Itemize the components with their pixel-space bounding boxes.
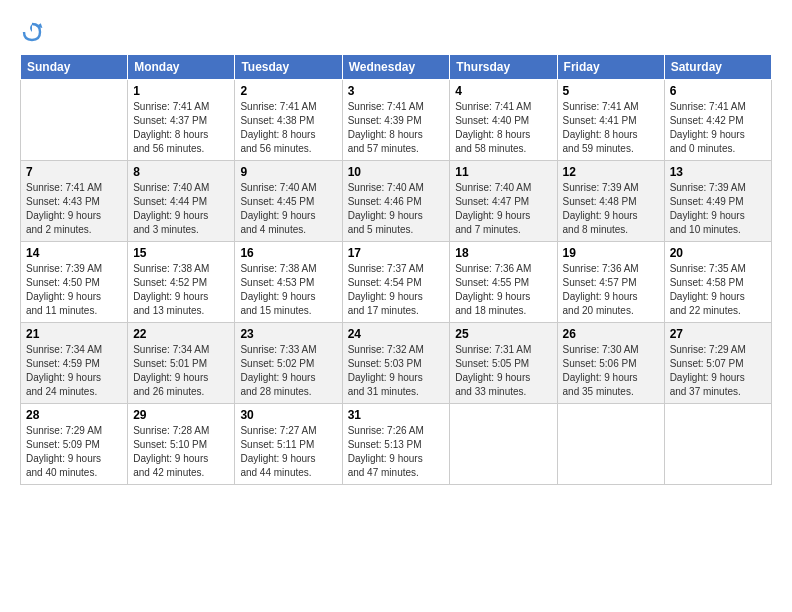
day-info: Sunrise: 7:36 AM Sunset: 4:57 PM Dayligh… [563, 262, 659, 318]
day-number: 30 [240, 408, 336, 422]
day-number: 26 [563, 327, 659, 341]
day-number: 21 [26, 327, 122, 341]
day-number: 8 [133, 165, 229, 179]
day-info: Sunrise: 7:34 AM Sunset: 5:01 PM Dayligh… [133, 343, 229, 399]
day-number: 22 [133, 327, 229, 341]
day-info: Sunrise: 7:35 AM Sunset: 4:58 PM Dayligh… [670, 262, 766, 318]
day-number: 13 [670, 165, 766, 179]
calendar-cell: 22Sunrise: 7:34 AM Sunset: 5:01 PM Dayli… [128, 323, 235, 404]
day-number: 4 [455, 84, 551, 98]
page-container: SundayMondayTuesdayWednesdayThursdayFrid… [0, 0, 792, 495]
calendar-cell: 7Sunrise: 7:41 AM Sunset: 4:43 PM Daylig… [21, 161, 128, 242]
weekday-header-saturday: Saturday [664, 55, 771, 80]
day-number: 7 [26, 165, 122, 179]
day-number: 27 [670, 327, 766, 341]
calendar-cell: 6Sunrise: 7:41 AM Sunset: 4:42 PM Daylig… [664, 80, 771, 161]
calendar-cell: 31Sunrise: 7:26 AM Sunset: 5:13 PM Dayli… [342, 404, 450, 485]
day-info: Sunrise: 7:33 AM Sunset: 5:02 PM Dayligh… [240, 343, 336, 399]
calendar-cell: 1Sunrise: 7:41 AM Sunset: 4:37 PM Daylig… [128, 80, 235, 161]
day-info: Sunrise: 7:32 AM Sunset: 5:03 PM Dayligh… [348, 343, 445, 399]
day-number: 19 [563, 246, 659, 260]
day-number: 10 [348, 165, 445, 179]
day-info: Sunrise: 7:40 AM Sunset: 4:47 PM Dayligh… [455, 181, 551, 237]
logo [20, 20, 48, 44]
calendar-cell: 14Sunrise: 7:39 AM Sunset: 4:50 PM Dayli… [21, 242, 128, 323]
day-number: 3 [348, 84, 445, 98]
calendar-cell: 17Sunrise: 7:37 AM Sunset: 4:54 PM Dayli… [342, 242, 450, 323]
calendar-cell [450, 404, 557, 485]
calendar-cell: 15Sunrise: 7:38 AM Sunset: 4:52 PM Dayli… [128, 242, 235, 323]
day-number: 18 [455, 246, 551, 260]
day-number: 12 [563, 165, 659, 179]
header [20, 20, 772, 44]
calendar-cell [664, 404, 771, 485]
day-info: Sunrise: 7:29 AM Sunset: 5:07 PM Dayligh… [670, 343, 766, 399]
day-number: 31 [348, 408, 445, 422]
day-info: Sunrise: 7:41 AM Sunset: 4:38 PM Dayligh… [240, 100, 336, 156]
calendar-cell: 25Sunrise: 7:31 AM Sunset: 5:05 PM Dayli… [450, 323, 557, 404]
day-number: 25 [455, 327, 551, 341]
calendar-cell: 20Sunrise: 7:35 AM Sunset: 4:58 PM Dayli… [664, 242, 771, 323]
day-info: Sunrise: 7:39 AM Sunset: 4:48 PM Dayligh… [563, 181, 659, 237]
day-number: 1 [133, 84, 229, 98]
day-info: Sunrise: 7:30 AM Sunset: 5:06 PM Dayligh… [563, 343, 659, 399]
calendar-cell: 8Sunrise: 7:40 AM Sunset: 4:44 PM Daylig… [128, 161, 235, 242]
day-number: 15 [133, 246, 229, 260]
day-number: 28 [26, 408, 122, 422]
calendar-cell: 4Sunrise: 7:41 AM Sunset: 4:40 PM Daylig… [450, 80, 557, 161]
weekday-header-friday: Friday [557, 55, 664, 80]
day-info: Sunrise: 7:41 AM Sunset: 4:43 PM Dayligh… [26, 181, 122, 237]
week-row-1: 7Sunrise: 7:41 AM Sunset: 4:43 PM Daylig… [21, 161, 772, 242]
calendar-cell [557, 404, 664, 485]
calendar-cell: 2Sunrise: 7:41 AM Sunset: 4:38 PM Daylig… [235, 80, 342, 161]
calendar-cell: 5Sunrise: 7:41 AM Sunset: 4:41 PM Daylig… [557, 80, 664, 161]
calendar-cell: 23Sunrise: 7:33 AM Sunset: 5:02 PM Dayli… [235, 323, 342, 404]
day-info: Sunrise: 7:41 AM Sunset: 4:37 PM Dayligh… [133, 100, 229, 156]
day-info: Sunrise: 7:27 AM Sunset: 5:11 PM Dayligh… [240, 424, 336, 480]
calendar-cell: 29Sunrise: 7:28 AM Sunset: 5:10 PM Dayli… [128, 404, 235, 485]
day-info: Sunrise: 7:34 AM Sunset: 4:59 PM Dayligh… [26, 343, 122, 399]
calendar-cell: 28Sunrise: 7:29 AM Sunset: 5:09 PM Dayli… [21, 404, 128, 485]
calendar-cell: 12Sunrise: 7:39 AM Sunset: 4:48 PM Dayli… [557, 161, 664, 242]
weekday-header-tuesday: Tuesday [235, 55, 342, 80]
calendar-cell: 24Sunrise: 7:32 AM Sunset: 5:03 PM Dayli… [342, 323, 450, 404]
day-info: Sunrise: 7:40 AM Sunset: 4:45 PM Dayligh… [240, 181, 336, 237]
week-row-2: 14Sunrise: 7:39 AM Sunset: 4:50 PM Dayli… [21, 242, 772, 323]
day-number: 5 [563, 84, 659, 98]
logo-icon [20, 20, 44, 44]
weekday-header-monday: Monday [128, 55, 235, 80]
day-info: Sunrise: 7:41 AM Sunset: 4:40 PM Dayligh… [455, 100, 551, 156]
calendar-cell: 26Sunrise: 7:30 AM Sunset: 5:06 PM Dayli… [557, 323, 664, 404]
calendar-cell: 30Sunrise: 7:27 AM Sunset: 5:11 PM Dayli… [235, 404, 342, 485]
day-info: Sunrise: 7:37 AM Sunset: 4:54 PM Dayligh… [348, 262, 445, 318]
calendar-cell: 19Sunrise: 7:36 AM Sunset: 4:57 PM Dayli… [557, 242, 664, 323]
day-number: 23 [240, 327, 336, 341]
day-info: Sunrise: 7:31 AM Sunset: 5:05 PM Dayligh… [455, 343, 551, 399]
calendar-cell: 16Sunrise: 7:38 AM Sunset: 4:53 PM Dayli… [235, 242, 342, 323]
day-number: 17 [348, 246, 445, 260]
day-info: Sunrise: 7:41 AM Sunset: 4:39 PM Dayligh… [348, 100, 445, 156]
calendar-cell: 3Sunrise: 7:41 AM Sunset: 4:39 PM Daylig… [342, 80, 450, 161]
day-info: Sunrise: 7:40 AM Sunset: 4:44 PM Dayligh… [133, 181, 229, 237]
day-info: Sunrise: 7:26 AM Sunset: 5:13 PM Dayligh… [348, 424, 445, 480]
day-info: Sunrise: 7:38 AM Sunset: 4:53 PM Dayligh… [240, 262, 336, 318]
day-info: Sunrise: 7:39 AM Sunset: 4:50 PM Dayligh… [26, 262, 122, 318]
calendar-cell: 27Sunrise: 7:29 AM Sunset: 5:07 PM Dayli… [664, 323, 771, 404]
weekday-header-row: SundayMondayTuesdayWednesdayThursdayFrid… [21, 55, 772, 80]
calendar-cell: 9Sunrise: 7:40 AM Sunset: 4:45 PM Daylig… [235, 161, 342, 242]
week-row-3: 21Sunrise: 7:34 AM Sunset: 4:59 PM Dayli… [21, 323, 772, 404]
calendar-cell [21, 80, 128, 161]
weekday-header-sunday: Sunday [21, 55, 128, 80]
day-number: 24 [348, 327, 445, 341]
day-number: 29 [133, 408, 229, 422]
day-number: 6 [670, 84, 766, 98]
day-info: Sunrise: 7:41 AM Sunset: 4:41 PM Dayligh… [563, 100, 659, 156]
calendar-cell: 11Sunrise: 7:40 AM Sunset: 4:47 PM Dayli… [450, 161, 557, 242]
day-number: 9 [240, 165, 336, 179]
day-info: Sunrise: 7:39 AM Sunset: 4:49 PM Dayligh… [670, 181, 766, 237]
day-number: 20 [670, 246, 766, 260]
day-info: Sunrise: 7:36 AM Sunset: 4:55 PM Dayligh… [455, 262, 551, 318]
day-info: Sunrise: 7:40 AM Sunset: 4:46 PM Dayligh… [348, 181, 445, 237]
day-info: Sunrise: 7:41 AM Sunset: 4:42 PM Dayligh… [670, 100, 766, 156]
week-row-0: 1Sunrise: 7:41 AM Sunset: 4:37 PM Daylig… [21, 80, 772, 161]
